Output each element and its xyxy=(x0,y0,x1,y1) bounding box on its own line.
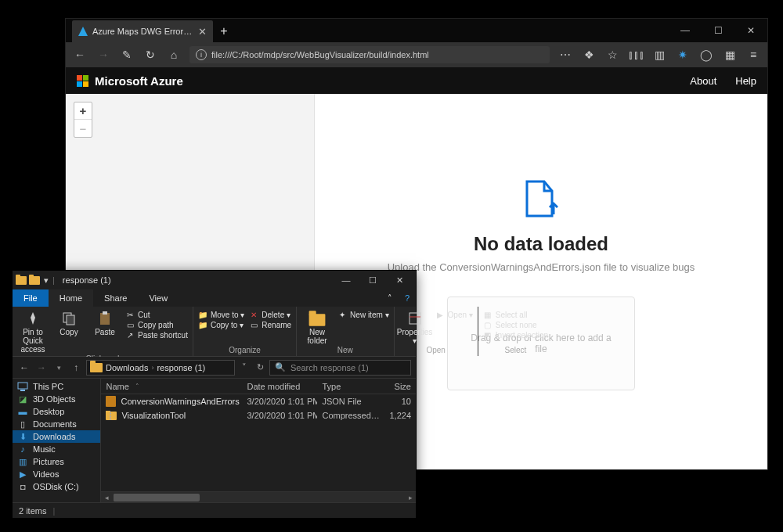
nav-forward-button[interactable]: → xyxy=(34,362,49,373)
close-window-button[interactable]: ✕ xyxy=(734,19,767,42)
column-header-date[interactable]: Date modified xyxy=(242,382,317,391)
move-to-button[interactable]: 📁Move to ▾ xyxy=(198,310,244,319)
new-tab-button[interactable]: + xyxy=(213,20,235,42)
nav-item-music[interactable]: ♪Music xyxy=(13,443,100,455)
azure-brand-text: Microsoft Azure xyxy=(95,74,183,88)
scroll-right-icon[interactable]: ▸ xyxy=(405,492,416,503)
extension-icon[interactable]: ✷ xyxy=(675,47,691,63)
file-date: 3/20/2020 1:01 PM xyxy=(242,397,317,406)
nav-item-osdisk-c-[interactable]: ◘OSDisk (C:) xyxy=(13,480,100,493)
minimize-button[interactable]: — xyxy=(333,271,359,289)
site-info-icon[interactable]: i xyxy=(196,49,207,60)
explorer-search-input[interactable]: 🔍 Search response (1) xyxy=(269,360,411,376)
new-folder-button[interactable]: New folder xyxy=(301,308,333,345)
explorer-titlebar[interactable]: ▾ | response (1) — ☐ ✕ xyxy=(13,271,416,289)
help-icon[interactable]: ? xyxy=(399,289,416,307)
ribbon-tabs: File Home Share View ˄ ? xyxy=(13,289,416,307)
upload-file-icon xyxy=(524,180,558,217)
ribbon-tab-share[interactable]: Share xyxy=(93,289,138,307)
column-header-name[interactable]: Name˄ xyxy=(101,382,242,391)
nav-history-icon[interactable]: ▾ xyxy=(52,364,66,372)
new-item-button[interactable]: ✦New item ▾ xyxy=(337,310,388,319)
delete-button[interactable]: ✕Delete ▾ xyxy=(249,310,291,319)
scroll-thumb[interactable] xyxy=(114,494,200,501)
copy-path-icon: ▭ xyxy=(125,320,135,329)
scroll-thumb[interactable] xyxy=(114,494,126,501)
address-bar[interactable]: i file:///C:/Root/mdp/src/WebBugVisualiz… xyxy=(189,46,550,63)
search-icon: 🔍 xyxy=(275,362,286,372)
qat-more-icon[interactable]: ▾ xyxy=(42,275,50,286)
account-icon[interactable]: ◯ xyxy=(698,47,714,63)
zoom-in-button[interactable]: + xyxy=(74,102,92,120)
nav-item-pictures[interactable]: ▥Pictures xyxy=(13,455,100,468)
nav-item-documents[interactable]: ▯Documents xyxy=(13,418,100,430)
svg-rect-7 xyxy=(20,390,25,391)
about-link[interactable]: About xyxy=(690,75,716,87)
nav-item-desktop[interactable]: ▬Desktop xyxy=(13,405,100,418)
open-button[interactable]: ▶Open ▾ xyxy=(435,310,473,319)
zoom-out-button[interactable]: − xyxy=(74,120,92,137)
help-link[interactable]: Help xyxy=(735,75,756,87)
collapse-ribbon-icon[interactable]: ˄ xyxy=(381,289,399,307)
back-button[interactable]: ← xyxy=(72,47,88,63)
maximize-button[interactable]: ☐ xyxy=(359,271,386,289)
breadcrumb-segment[interactable]: response (1) xyxy=(157,363,205,372)
forward-button[interactable]: → xyxy=(96,47,111,63)
nav-item-videos[interactable]: ▶Videos xyxy=(13,468,100,480)
nav-item-downloads[interactable]: ⬇Downloads xyxy=(13,430,100,443)
ribbon-group-organize: 📁Move to ▾ 📁Copy to ▾ ✕Delete ▾ ▭Rename … xyxy=(193,307,297,356)
rename-button[interactable]: ▭Rename xyxy=(249,320,291,329)
folder-icon[interactable] xyxy=(16,276,27,285)
pic-icon: ▥ xyxy=(17,457,28,466)
music-icon: ♪ xyxy=(17,444,28,454)
nav-item-3d-objects[interactable]: ◪3D Objects xyxy=(13,393,100,405)
paste-shortcut-button[interactable]: ↗Paste shortcut xyxy=(125,330,188,340)
nav-item-this-pc[interactable]: This PC xyxy=(13,380,100,393)
library-icon[interactable]: ⫿⫿⫿ xyxy=(628,47,644,63)
nav-back-button[interactable]: ← xyxy=(17,362,31,373)
browser-tab[interactable]: Azure Maps DWG Errors Visual... ✕ xyxy=(72,20,213,42)
invert-selection-button[interactable]: ◩Invert selection xyxy=(483,330,548,340)
copy-path-button[interactable]: ▭Copy path xyxy=(125,320,188,329)
column-header-type[interactable]: Type xyxy=(317,382,384,391)
bookmark-star-icon[interactable]: ☆ xyxy=(604,47,620,63)
video-icon: ▶ xyxy=(17,469,28,479)
home-button[interactable]: ⌂ xyxy=(166,47,182,63)
cut-button[interactable]: ✂Cut xyxy=(125,310,188,319)
menu-icon[interactable]: ≡ xyxy=(745,47,761,63)
copy-to-button[interactable]: 📁Copy to ▾ xyxy=(198,320,244,329)
page-actions-icon[interactable]: ⋯ xyxy=(557,47,573,63)
close-tab-icon[interactable]: ✕ xyxy=(198,26,207,38)
copy-button[interactable]: Copy xyxy=(53,308,85,336)
file-row[interactable]: VisualizationTool3/20/2020 1:01 PMCompre… xyxy=(101,408,416,422)
customize-icon[interactable]: ✎ xyxy=(119,47,135,63)
maximize-button[interactable]: ☐ xyxy=(702,19,734,42)
ribbon-tab-file[interactable]: File xyxy=(13,289,49,307)
nav-up-button[interactable]: ↑ xyxy=(69,362,83,373)
close-window-button[interactable]: ✕ xyxy=(386,271,413,289)
pin-quick-access-button[interactable]: Pin to Quick access xyxy=(17,308,49,354)
refresh-icon[interactable]: ↻ xyxy=(254,361,266,374)
reload-button[interactable]: ↻ xyxy=(143,47,158,63)
properties-button[interactable]: Properties ▾ xyxy=(399,308,431,345)
apps-grid-icon[interactable]: ▦ xyxy=(722,47,738,63)
horizontal-scrollbar[interactable]: ◂ ▸ xyxy=(101,491,416,502)
breadcrumb-dropdown-icon[interactable]: ˅ xyxy=(238,361,251,374)
minimize-button[interactable]: — xyxy=(669,19,702,42)
column-header-size[interactable]: Size xyxy=(384,382,416,391)
breadcrumb-segment[interactable]: Downloads xyxy=(106,363,148,372)
paste-button[interactable]: Paste xyxy=(89,308,121,336)
nav-item-label: Videos xyxy=(33,469,59,479)
select-all-button[interactable]: ▦Select all xyxy=(483,310,548,319)
scroll-left-icon[interactable]: ◂ xyxy=(101,492,112,503)
ribbon-tab-home[interactable]: Home xyxy=(49,289,93,307)
select-none-button[interactable]: ▢Select none xyxy=(483,320,548,329)
breadcrumb-bar[interactable]: Downloads › response (1) xyxy=(86,360,235,376)
protection-icon[interactable]: ❖ xyxy=(581,47,597,63)
file-row[interactable]: ConversionWarningsAndErrors3/20/2020 1:0… xyxy=(101,394,416,408)
folder-icon[interactable] xyxy=(29,276,40,285)
navigation-pane[interactable]: This PC◪3D Objects▬Desktop▯Documents⬇Dow… xyxy=(13,379,101,502)
browser-toolbar: ← → ✎ ↻ ⌂ i file:///C:/Root/mdp/src/WebB… xyxy=(66,42,767,67)
ribbon-tab-view[interactable]: View xyxy=(138,289,179,307)
pocket-icon[interactable]: ▥ xyxy=(651,47,667,63)
